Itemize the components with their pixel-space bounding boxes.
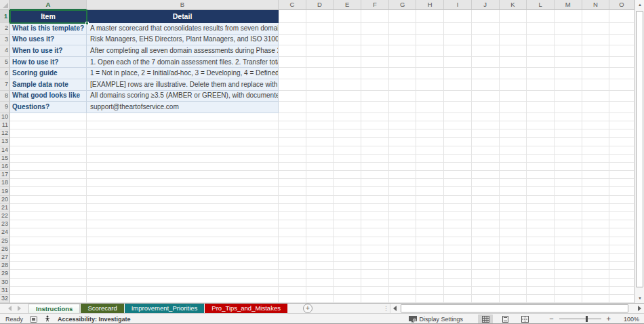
cell-C29[interactable] xyxy=(279,270,306,278)
cell-G31[interactable] xyxy=(389,287,417,295)
cell-D2[interactable] xyxy=(306,23,334,35)
cell-B32[interactable] xyxy=(87,295,279,303)
cell-N29[interactable] xyxy=(582,270,610,278)
cell-F10[interactable] xyxy=(361,113,389,121)
cell-K28[interactable] xyxy=(500,262,527,270)
cell-D32[interactable] xyxy=(306,295,334,303)
cell-J26[interactable] xyxy=(472,245,500,254)
cell-H13[interactable] xyxy=(416,138,444,146)
cell-I22[interactable] xyxy=(444,212,472,220)
cell-C14[interactable] xyxy=(279,146,306,155)
cell-A14[interactable] xyxy=(10,146,87,155)
cell-J27[interactable] xyxy=(472,254,500,262)
cell-H29[interactable] xyxy=(416,270,444,278)
column-header-I[interactable]: I xyxy=(444,0,472,10)
row-header-16[interactable]: 16 xyxy=(0,163,10,171)
cell-K13[interactable] xyxy=(500,138,527,146)
cell-H2[interactable] xyxy=(416,23,444,35)
cell-D26[interactable] xyxy=(306,245,334,254)
cell-B20[interactable] xyxy=(87,196,279,204)
cell-J28[interactable] xyxy=(472,262,500,270)
cell-L3[interactable] xyxy=(527,35,555,46)
cell-D27[interactable] xyxy=(306,254,334,262)
cell-O17[interactable] xyxy=(609,171,635,179)
cell-I13[interactable] xyxy=(444,138,472,146)
cell-L29[interactable] xyxy=(527,270,555,278)
row-header-32[interactable]: 32 xyxy=(0,295,10,303)
column-header-H[interactable]: H xyxy=(416,0,444,10)
cell-J25[interactable] xyxy=(472,237,500,245)
cell-G5[interactable] xyxy=(389,57,417,68)
cell-K5[interactable] xyxy=(500,57,527,68)
cell-M31[interactable] xyxy=(555,287,582,295)
cell-O31[interactable] xyxy=(609,287,635,295)
cell-M11[interactable] xyxy=(555,121,582,129)
cell-I4[interactable] xyxy=(444,45,472,57)
cell-O11[interactable] xyxy=(609,121,635,129)
cell-I11[interactable] xyxy=(444,121,472,129)
cell-F14[interactable] xyxy=(361,146,389,155)
cell-L32[interactable] xyxy=(527,295,555,303)
cell-G32[interactable] xyxy=(389,295,417,303)
cell-D15[interactable] xyxy=(306,155,334,163)
cell-C18[interactable] xyxy=(279,179,306,187)
row-header-30[interactable]: 30 xyxy=(0,279,10,287)
cell-H28[interactable] xyxy=(416,262,444,270)
cell-C21[interactable] xyxy=(279,204,306,212)
cell-G28[interactable] xyxy=(389,262,417,270)
cell-D18[interactable] xyxy=(306,179,334,187)
cell-M5[interactable] xyxy=(555,57,582,68)
cell-M13[interactable] xyxy=(555,138,582,146)
cell-I3[interactable] xyxy=(444,35,472,46)
cell-D28[interactable] xyxy=(306,262,334,270)
select-all-button[interactable] xyxy=(0,0,10,10)
cell-H11[interactable] xyxy=(416,121,444,129)
cell-H26[interactable] xyxy=(416,245,444,254)
cell-A5[interactable]: How to use it? xyxy=(10,57,87,68)
cell-K20[interactable] xyxy=(500,196,527,204)
sheet-tab-improvement_priorities[interactable]: Improvement_Priorities xyxy=(125,304,205,313)
cell-K30[interactable] xyxy=(500,279,527,287)
cell-M16[interactable] xyxy=(555,163,582,171)
cell-F12[interactable] xyxy=(361,129,389,138)
cell-G11[interactable] xyxy=(389,121,417,129)
cell-C10[interactable] xyxy=(279,113,306,121)
cell-O19[interactable] xyxy=(609,187,635,195)
cell-L14[interactable] xyxy=(527,146,555,155)
cell-K9[interactable] xyxy=(500,102,527,113)
cell-E19[interactable] xyxy=(334,187,361,195)
cell-J32[interactable] xyxy=(472,295,500,303)
cell-E26[interactable] xyxy=(334,245,361,254)
cell-F2[interactable] xyxy=(361,23,389,35)
sheet-tab-scorecard[interactable]: Scorecard xyxy=(81,304,123,313)
cell-L2[interactable] xyxy=(527,23,555,35)
row-header-4[interactable]: 4 xyxy=(0,45,10,57)
cell-L21[interactable] xyxy=(527,204,555,212)
cell-O24[interactable] xyxy=(609,228,635,237)
cell-O15[interactable] xyxy=(609,155,635,163)
cell-O29[interactable] xyxy=(609,270,635,278)
column-header-B[interactable]: B xyxy=(87,0,279,10)
cell-D31[interactable] xyxy=(306,287,334,295)
cell-F32[interactable] xyxy=(361,295,389,303)
cell-O21[interactable] xyxy=(609,204,635,212)
cell-E6[interactable] xyxy=(334,68,361,79)
cell-J21[interactable] xyxy=(472,204,500,212)
cell-F13[interactable] xyxy=(361,138,389,146)
cell-H19[interactable] xyxy=(416,187,444,195)
cell-A15[interactable] xyxy=(10,155,87,163)
cell-H14[interactable] xyxy=(416,146,444,155)
cell-F17[interactable] xyxy=(361,171,389,179)
cell-C27[interactable] xyxy=(279,254,306,262)
cell-B9[interactable]: support@theartofservice.com xyxy=(87,102,279,113)
cell-N4[interactable] xyxy=(582,45,610,57)
cell-B30[interactable] xyxy=(87,279,279,287)
cell-M19[interactable] xyxy=(555,187,582,195)
cell-D1[interactable] xyxy=(306,10,334,23)
cell-D13[interactable] xyxy=(306,138,334,146)
cell-G4[interactable] xyxy=(389,45,417,57)
cell-I8[interactable] xyxy=(444,91,472,102)
cell-E15[interactable] xyxy=(334,155,361,163)
worksheet-grid[interactable]: ABCDEFGHIJKLMNO 1ItemDetail2What is this… xyxy=(0,0,635,303)
cell-B13[interactable] xyxy=(87,138,279,146)
